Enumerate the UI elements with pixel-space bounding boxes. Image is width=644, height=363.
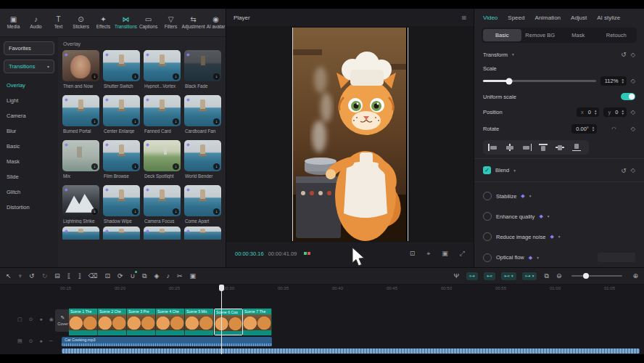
toolbar-audio[interactable]: ♪ Audio (25, 15, 46, 30)
track-type-icon[interactable]: ▢ (17, 317, 22, 322)
World Bender[interactable]: ◆ ↓ World Bender (184, 140, 221, 182)
playhead-handle[interactable] (219, 285, 224, 291)
reset-icon[interactable]: ↺ (621, 51, 627, 58)
player-canvas[interactable] (226, 26, 474, 242)
scale-keyframe-icon[interactable]: ◇ (631, 78, 635, 84)
keyframe-diamond-icon[interactable]: ◇ (631, 52, 635, 58)
lock-audio-track-icon[interactable]: ⊙ (29, 338, 33, 344)
ratio-icon[interactable]: ⊡ (410, 250, 416, 257)
toolbar-effects[interactable]: ✦ Effects (93, 15, 114, 30)
clip-scene-3[interactable]: Scene 3 Pre (127, 309, 156, 335)
toolbar-transitions[interactable]: ⋈ Transitions (115, 15, 136, 30)
rotate-stepper[interactable]: ▲▼ (592, 126, 595, 132)
tab-adjust[interactable]: Adjust (571, 15, 587, 21)
split-icon[interactable]: ⊟ (54, 272, 60, 280)
audio-clip[interactable]: Cat Cooking.mp3 (62, 337, 272, 346)
blend-checkbox[interactable]: ✓ (483, 166, 491, 174)
audio-track-type-icon[interactable]: ▤ (17, 338, 22, 344)
mirror-preview-icon[interactable]: ⧉ (544, 272, 548, 280)
clip-scene-2[interactable]: Scene 2 Che (98, 309, 127, 335)
sidebar-item-light[interactable]: Light (4, 93, 54, 108)
align-center-h-icon[interactable] (503, 142, 517, 152)
Fanned Card[interactable]: ◆ ↓ Fanned Card (144, 95, 181, 136)
Deck Spotlight[interactable]: ◆ ↓ Deck Spotlight (144, 140, 181, 182)
link-icon[interactable]: ⧉ (142, 272, 146, 280)
audio-tool-icon[interactable]: ♪ (166, 272, 170, 280)
grid-icon[interactable]: ▣ (442, 250, 448, 257)
Burned Portal[interactable]: ◆ ↓ Burned Portal (62, 95, 99, 136)
chevron-down-icon[interactable]: ▾ (513, 168, 516, 173)
Shutter Switch[interactable]: ◆ ↓ Shutter Switch (103, 50, 140, 91)
delete-icon[interactable]: ⌫ (88, 272, 98, 280)
Cardboard Fan[interactable]: ◆ ↓ Cardboard Fan (184, 95, 221, 136)
hide-track-icon[interactable]: ◉ (49, 317, 54, 322)
sidebar-item-camera[interactable]: Camera (4, 108, 54, 123)
zoom-in-icon[interactable]: ⊕ (632, 272, 638, 280)
Camera Focus[interactable]: ◆ ↓ Camera Focus (144, 185, 181, 227)
crop-icon[interactable]: ⊡ (104, 272, 110, 280)
rotate-dial-icon[interactable]: ◠ (611, 126, 616, 132)
section-checkbox[interactable] (483, 253, 492, 262)
zoom-out-icon[interactable]: ⊖ (556, 272, 562, 280)
tab-animation[interactable]: Animation (534, 15, 561, 21)
sidebar-item-distortion[interactable]: Distortion (4, 200, 54, 215)
subtab-basic[interactable]: Basic (483, 29, 521, 41)
tab-ai-stylize[interactable]: AI stylize (597, 15, 620, 21)
transition-in-button[interactable]: ⊶ (466, 272, 478, 280)
animation-in-button[interactable]: ⊷ ▾ (501, 272, 516, 280)
toolbar-media[interactable]: ▣ Media (3, 15, 24, 30)
sidebar-item-glitch[interactable]: Glitch (4, 184, 54, 200)
chevron-down-icon[interactable]: ▾ (529, 194, 532, 198)
Film Browse[interactable]: ◆ ↓ Film Browse (103, 140, 140, 182)
scale-value-box[interactable]: 112% ▲▼ (600, 76, 627, 86)
redo-icon[interactable]: ↻ (42, 272, 48, 280)
fullscreen-icon[interactable]: ⤢ (460, 250, 465, 258)
clip-scene-4[interactable]: Scene 4 Che (156, 309, 185, 335)
section-checkbox[interactable] (483, 232, 492, 241)
sidebar-item-blur[interactable]: Blur (4, 123, 54, 139)
chevron-down-icon[interactable]: ▾ (537, 256, 539, 260)
toolbar-ai-avatar[interactable]: ◉ AI avatar (205, 15, 226, 30)
Shadow Wipe[interactable]: ◆ ↓ Shadow Wipe (103, 185, 140, 227)
subtab-remove-bg[interactable]: Remove BG (521, 29, 560, 41)
trim-right-icon[interactable]: ⟧ (78, 272, 80, 280)
align-right-icon[interactable] (519, 142, 534, 152)
scale-slider-knob[interactable] (505, 78, 512, 84)
collapse-audio-track-icon[interactable]: ─ (49, 338, 53, 344)
clip-scene-7[interactable]: Scene 7 The (243, 309, 272, 335)
timeline[interactable]: 00:1500:2000:2500:3000:3500:4000:4500:50… (0, 285, 644, 354)
animation-out-button[interactable]: ⊶ ▾ (522, 272, 537, 280)
subtab-retouch[interactable]: Retouch (598, 29, 636, 41)
sidebar-item-overlay[interactable]: Overlay (4, 78, 54, 93)
player-menu-icon[interactable]: ⊞ (461, 15, 466, 21)
transition-out-button[interactable]: ⊷ (484, 272, 495, 280)
uniform-scale-toggle[interactable] (621, 93, 635, 100)
scissors-icon[interactable]: ✂ (177, 272, 183, 280)
toolbar-captions[interactable]: ▭ Captions (138, 15, 159, 30)
transition-tile-partial[interactable]: ◆ (184, 227, 221, 240)
lock-track-icon[interactable]: ⊙ (29, 317, 33, 322)
snapshot-icon[interactable]: ⌖ (426, 250, 430, 258)
Then and Now[interactable]: ◆ ↓ Then and Now (62, 50, 99, 91)
mute-track-icon[interactable]: ● (40, 317, 43, 322)
sidebar-item-slide[interactable]: Slide (4, 169, 54, 184)
timeline-ruler[interactable]: 00:1500:2000:2500:3000:3500:4000:4500:50… (0, 285, 644, 295)
mute-audio-track-icon[interactable]: ● (40, 338, 43, 344)
Black Fade[interactable]: ◆ ↓ Black Fade (184, 50, 221, 91)
position-keyframe-icon[interactable]: ◇ (631, 109, 635, 115)
transition-tile-partial[interactable]: ◆ (103, 227, 140, 240)
toolbar-text[interactable]: T Text (48, 15, 69, 30)
rotate-value-box[interactable]: 0.00° ▲▼ (571, 124, 597, 134)
Mix[interactable]: ◆ ↓ Mix (62, 140, 99, 182)
preview-axis-icon[interactable]: ▣ (189, 272, 196, 280)
trim-left-icon[interactable]: ⟦ (67, 272, 70, 280)
tab-video[interactable]: Video (483, 15, 498, 21)
position-x-box[interactable]: x 0 ▲▼ (577, 107, 599, 117)
toolbar-filters[interactable]: ▽ Filters (160, 15, 181, 30)
blend-keyframe-icon[interactable]: ◇ (631, 167, 635, 174)
align-top-icon[interactable] (536, 142, 550, 152)
microphone-icon[interactable]: Ψ (453, 272, 459, 280)
audio-waveform-track[interactable] (62, 348, 640, 354)
sidebar-item-mask[interactable]: Mask (4, 154, 54, 169)
subtab-mask[interactable]: Mask (559, 29, 598, 41)
